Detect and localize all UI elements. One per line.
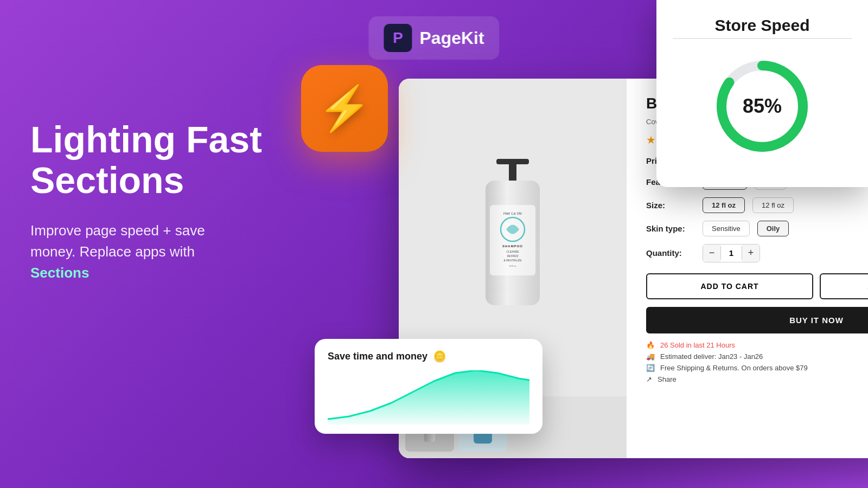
svg-text:CLEANSE: CLEANSE — [506, 250, 519, 253]
hero-subtitle: Improve page speed + save money. Replace… — [30, 220, 296, 284]
share-text: Share — [658, 375, 676, 383]
skin-type-row: Skin type: Sensitive Oily — [646, 221, 868, 236]
quantity-row: Quantity: − 1 + — [646, 244, 868, 262]
skin-type-label: Skin type: — [646, 224, 695, 233]
lightning-icon-container: ⚡ — [301, 65, 388, 152]
svg-text:& REVITALIZE: & REVITALIZE — [504, 259, 522, 262]
quantity-label: Quantity: — [646, 248, 695, 258]
size-label: Size: — [646, 201, 695, 210]
shipping-icon: 🔄 — [646, 364, 655, 372]
coin-emoji: 🪙 — [433, 350, 446, 363]
svg-text:SHAMPOO: SHAMPOO — [502, 245, 523, 248]
sold-text: 26 Sold in last 21 Hours — [660, 341, 735, 349]
pagekit-logo: P PageKit — [368, 16, 499, 60]
add-to-cart-button[interactable]: ADD TO CART — [646, 273, 813, 299]
store-speed-divider — [673, 38, 852, 39]
save-time-title: Save time and money — [328, 351, 427, 362]
size-row: Size: 12 fl oz 12 fl oz — [646, 197, 868, 213]
share-icon: ↗ — [646, 375, 652, 383]
shipping-text: Free Shipping & Returns. On orders above… — [660, 364, 808, 372]
svg-text:Hair La Vie: Hair La Vie — [503, 211, 522, 215]
skin-type-sensitive[interactable]: Sensitive — [703, 221, 750, 236]
star-1: ★ — [646, 133, 656, 146]
svg-marker-19 — [328, 370, 529, 425]
area-chart — [328, 370, 529, 425]
quantity-value: 1 — [720, 246, 742, 260]
gauge-chart: 85% — [708, 52, 816, 160]
pagekit-logo-text: PageKit — [419, 28, 484, 48]
quantity-control: − 1 + — [703, 244, 760, 262]
quantity-increase[interactable]: + — [742, 245, 760, 262]
size-option-1[interactable]: 12 fl oz — [703, 197, 745, 213]
quantity-decrease[interactable]: − — [703, 245, 720, 262]
gauge-percent: 85% — [743, 95, 782, 118]
action-buttons: ADD TO CART ADD TO WISHLIST — [646, 273, 868, 299]
save-time-header: Save time and money 🪙 — [328, 350, 529, 363]
store-speed-title: Store Speed — [714, 16, 809, 35]
fire-icon: 🔥 — [646, 341, 655, 349]
size-option-2[interactable]: 12 fl oz — [752, 197, 794, 213]
hero-section: Lighting Fast Sections Improve page spee… — [30, 119, 296, 284]
delivery-text: Estimated deliver: Jan23 - Jan26 — [660, 352, 763, 361]
svg-text:10 fl oz: 10 fl oz — [509, 265, 516, 267]
hero-title: Lighting Fast Sections — [30, 119, 296, 201]
sold-info-row: 🔥 26 Sold in last 21 Hours — [646, 341, 868, 349]
skin-type-oily[interactable]: Oily — [757, 221, 789, 236]
delivery-icon: 🚚 — [646, 352, 655, 361]
hero-subtitle-highlight: Sections — [30, 265, 89, 281]
share-row[interactable]: ↗ Share — [646, 375, 868, 383]
store-speed-card: Store Speed 85% — [656, 0, 868, 187]
svg-rect-1 — [496, 159, 529, 164]
shampoo-bottle-svg: Hair La Vie SHAMPOO CLEANSE DEFRIZZ & RE… — [475, 156, 551, 319]
lightning-bolt-icon: ⚡ — [317, 83, 372, 134]
product-info-rows: 🔥 26 Sold in last 21 Hours 🚚 Estimated d… — [646, 341, 868, 383]
hero-subtitle-line2: money. Replace apps with — [30, 243, 195, 260]
hero-subtitle-line1: Improve page speed + save — [30, 222, 205, 239]
buy-now-button[interactable]: BUY IT NOW — [646, 307, 868, 333]
svg-text:DEFRIZZ: DEFRIZZ — [507, 254, 518, 258]
save-time-card: Save time and money 🪙 — [315, 339, 542, 434]
shipping-row: 🔄 Free Shipping & Returns. On orders abo… — [646, 364, 868, 372]
pagekit-logo-icon: P — [384, 24, 412, 52]
add-to-wishlist-button[interactable]: ADD TO WISHLIST — [820, 273, 868, 299]
delivery-row: 🚚 Estimated deliver: Jan23 - Jan26 — [646, 352, 868, 361]
